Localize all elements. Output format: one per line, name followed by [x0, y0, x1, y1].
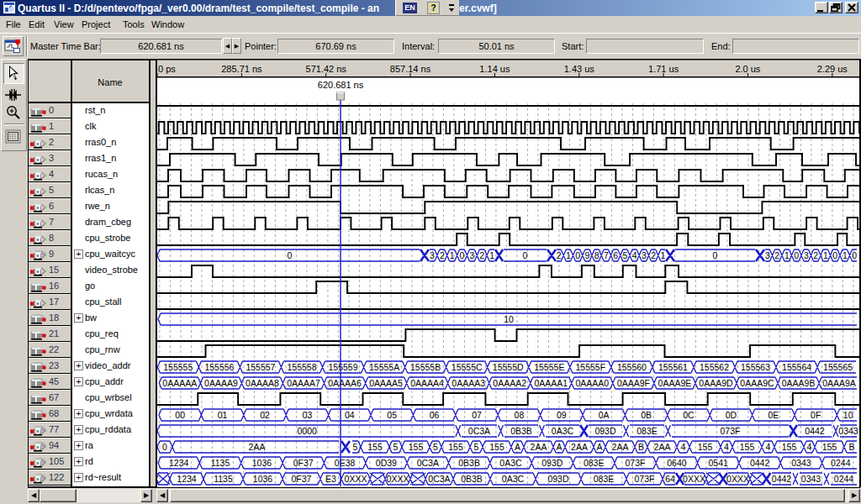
svg-text:6: 6: [613, 250, 618, 260]
svg-text:7: 7: [604, 250, 609, 260]
svg-text:3: 3: [765, 250, 770, 260]
svg-text:0D39: 0D39: [376, 458, 397, 468]
svg-text:0640: 0640: [667, 458, 687, 468]
svg-text:5: 5: [433, 442, 438, 452]
svg-text:0244: 0244: [834, 474, 854, 484]
svg-text:0: 0: [832, 250, 837, 260]
svg-text:0C3A: 0C3A: [417, 458, 439, 468]
svg-text:0: 0: [523, 250, 528, 260]
svg-text:1234: 1234: [169, 458, 189, 468]
svg-text:2AA: 2AA: [249, 442, 266, 452]
svg-text:155: 155: [367, 442, 383, 452]
svg-text:0C3A: 0C3A: [468, 426, 490, 436]
svg-text:155: 155: [740, 442, 755, 452]
svg-text:03: 03: [303, 410, 313, 420]
svg-text:0B3B: 0B3B: [461, 474, 483, 484]
svg-text:0A3C: 0A3C: [552, 426, 574, 436]
svg-text:0442: 0442: [750, 458, 770, 468]
svg-text:2: 2: [479, 250, 484, 260]
svg-text:5: 5: [353, 442, 358, 452]
svg-text:0AAAA7: 0AAAA7: [287, 378, 320, 388]
svg-text:1: 1: [566, 250, 571, 260]
svg-text:155: 155: [698, 442, 713, 452]
svg-text:1: 1: [660, 250, 665, 260]
svg-text:2: 2: [557, 250, 562, 260]
svg-text:08: 08: [515, 410, 525, 420]
svg-text:0B3B: 0B3B: [510, 426, 532, 436]
svg-text:0AAA9F: 0AAA9F: [617, 378, 650, 388]
svg-text:155559: 155559: [328, 362, 357, 372]
svg-text:E3: E3: [325, 474, 336, 484]
svg-text:155562: 155562: [700, 362, 729, 372]
svg-text:0AAA9B: 0AAA9B: [782, 378, 816, 388]
svg-text:073F: 073F: [635, 474, 655, 484]
svg-text:0 ps: 0 ps: [158, 64, 176, 74]
svg-text:1036: 1036: [253, 474, 273, 484]
svg-text:0E38: 0E38: [335, 458, 356, 468]
svg-text:155: 155: [489, 442, 504, 452]
svg-text:1: 1: [823, 250, 828, 260]
svg-text:155: 155: [822, 442, 837, 452]
svg-text:10: 10: [843, 410, 853, 420]
svg-text:1234: 1234: [177, 474, 197, 484]
svg-text:4: 4: [632, 250, 637, 260]
svg-text:9: 9: [584, 250, 589, 260]
svg-text:15555B: 15555B: [410, 362, 441, 372]
svg-text:2.0 us: 2.0 us: [735, 64, 760, 74]
svg-text:0AAAA4: 0AAAA4: [410, 378, 444, 388]
svg-text:0AAAA0: 0AAAA0: [575, 378, 609, 388]
svg-text:2: 2: [651, 250, 656, 260]
svg-text:155: 155: [782, 442, 797, 452]
svg-text:1135: 1135: [211, 458, 230, 468]
svg-text:0A3C: 0A3C: [499, 458, 522, 468]
svg-text:0AAA9E: 0AAA9E: [658, 378, 692, 388]
svg-text:07: 07: [472, 410, 482, 420]
svg-text:1: 1: [843, 250, 848, 260]
svg-text:05: 05: [387, 410, 397, 420]
svg-text:0E: 0E: [768, 410, 779, 420]
svg-text:0: 0: [575, 250, 580, 260]
svg-text:0000: 0000: [298, 426, 318, 436]
svg-text:2.29 us: 2.29 us: [817, 64, 848, 74]
svg-text:1135: 1135: [214, 474, 233, 484]
svg-text:2: 2: [813, 250, 818, 260]
svg-text:4: 4: [766, 442, 771, 452]
svg-text:B: B: [638, 442, 644, 452]
svg-text:0AAAAA: 0AAAAA: [162, 378, 197, 388]
svg-text:620.681 ns: 620.681 ns: [318, 80, 364, 90]
svg-text:0AAA9C: 0AAA9C: [740, 378, 774, 388]
svg-text:00: 00: [175, 410, 185, 420]
svg-text:2AA: 2AA: [612, 442, 629, 452]
svg-text:083E: 083E: [584, 458, 605, 468]
svg-text:1: 1: [450, 250, 455, 260]
svg-text:0A3C: 0A3C: [502, 474, 525, 484]
svg-text:2: 2: [774, 250, 779, 260]
svg-text:155563: 155563: [741, 362, 770, 372]
svg-text:0AAAA6: 0AAAA6: [328, 378, 362, 388]
svg-text:073F: 073F: [626, 458, 646, 468]
svg-text:1.43 us: 1.43 us: [564, 64, 595, 74]
svg-text:4: 4: [681, 442, 686, 452]
svg-text:4: 4: [724, 442, 729, 452]
svg-text:02: 02: [260, 410, 270, 420]
svg-text:64: 64: [665, 474, 675, 484]
svg-text:155565: 155565: [823, 362, 853, 372]
svg-text:0244: 0244: [831, 458, 851, 468]
svg-text:0343: 0343: [801, 474, 821, 484]
svg-text:B: B: [848, 442, 854, 452]
svg-text:3: 3: [430, 250, 435, 260]
svg-text:571.42 ns: 571.42 ns: [306, 64, 347, 74]
svg-text:04: 04: [345, 410, 355, 420]
svg-text:0442: 0442: [772, 474, 792, 484]
svg-text:0: 0: [288, 250, 293, 260]
svg-text:4: 4: [807, 442, 812, 452]
svg-text:0AAAA8: 0AAAA8: [246, 378, 279, 388]
svg-text:155: 155: [409, 442, 424, 452]
svg-text:155555: 155555: [163, 362, 193, 372]
svg-text:0F37: 0F37: [292, 474, 312, 484]
svg-text:2AA: 2AA: [531, 442, 547, 452]
svg-text:155: 155: [448, 442, 463, 452]
svg-text:0442: 0442: [805, 426, 825, 436]
svg-text:0D: 0D: [726, 410, 737, 420]
svg-text:083E: 083E: [637, 426, 658, 436]
